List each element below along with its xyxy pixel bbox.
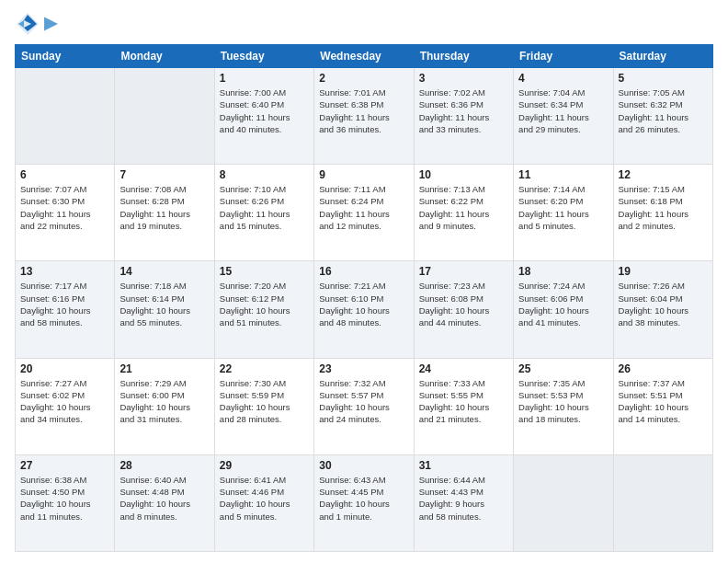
weekday-header-friday: Friday [514,45,613,68]
cell-details: Sunrise: 7:07 AM Sunset: 6:30 PM Dayligh… [20,183,109,232]
calendar-cell: 14Sunrise: 7:18 AM Sunset: 6:14 PM Dayli… [115,261,214,358]
day-number: 1 [220,72,309,85]
logo-text: ▶ [44,15,57,33]
weekday-header-row: SundayMondayTuesdayWednesdayThursdayFrid… [16,45,713,68]
calendar-cell: 19Sunrise: 7:26 AM Sunset: 6:04 PM Dayli… [613,261,712,358]
cell-details: Sunrise: 7:37 AM Sunset: 5:51 PM Dayligh… [619,377,708,426]
cell-details: Sunrise: 7:24 AM Sunset: 6:06 PM Dayligh… [518,280,608,328]
cell-details: Sunrise: 6:40 AM Sunset: 4:48 PM Dayligh… [119,474,209,523]
cell-details: Sunrise: 6:41 AM Sunset: 4:46 PM Dayligh… [220,474,309,523]
day-number: 17 [419,265,508,278]
cell-details: Sunrise: 7:08 AM Sunset: 6:28 PM Dayligh… [119,183,209,232]
day-number: 8 [220,168,309,181]
calendar-cell: 8Sunrise: 7:10 AM Sunset: 6:26 PM Daylig… [214,165,313,261]
weekday-header-sunday: Sunday [16,45,115,68]
cell-details: Sunrise: 7:21 AM Sunset: 6:10 PM Dayligh… [319,280,408,328]
day-number: 21 [119,362,209,375]
cell-details: Sunrise: 7:15 AM Sunset: 6:18 PM Dayligh… [619,183,708,232]
day-number: 20 [20,362,109,375]
cell-details: Sunrise: 7:29 AM Sunset: 6:00 PM Dayligh… [119,377,209,426]
day-number: 30 [319,459,408,472]
cell-details: Sunrise: 7:35 AM Sunset: 5:53 PM Dayligh… [518,377,608,426]
calendar-week-row: 6Sunrise: 7:07 AM Sunset: 6:30 PM Daylig… [16,165,713,261]
day-number: 10 [419,168,508,181]
weekday-header-saturday: Saturday [613,45,712,68]
day-number: 3 [419,72,508,85]
calendar-cell: 7Sunrise: 7:08 AM Sunset: 6:28 PM Daylig… [115,165,214,261]
cell-details: Sunrise: 7:02 AM Sunset: 6:36 PM Dayligh… [419,86,508,135]
cell-details: Sunrise: 7:26 AM Sunset: 6:04 PM Dayligh… [619,280,708,328]
cell-details: Sunrise: 7:30 AM Sunset: 5:59 PM Dayligh… [220,377,309,426]
day-number: 6 [20,168,109,181]
cell-details: Sunrise: 7:17 AM Sunset: 6:16 PM Dayligh… [20,280,109,328]
calendar-cell: 28Sunrise: 6:40 AM Sunset: 4:48 PM Dayli… [115,454,214,551]
calendar-cell: 11Sunrise: 7:14 AM Sunset: 6:20 PM Dayli… [514,165,613,261]
day-number: 9 [319,168,408,181]
calendar-cell: 13Sunrise: 7:17 AM Sunset: 6:16 PM Dayli… [16,261,115,358]
cell-details: Sunrise: 7:05 AM Sunset: 6:32 PM Dayligh… [619,86,708,135]
cell-details: Sunrise: 7:23 AM Sunset: 6:08 PM Dayligh… [419,280,508,328]
calendar-cell [613,454,712,551]
calendar-cell: 2Sunrise: 7:01 AM Sunset: 6:38 PM Daylig… [314,68,414,165]
day-number: 11 [518,168,608,181]
calendar-cell: 21Sunrise: 7:29 AM Sunset: 6:00 PM Dayli… [115,358,214,454]
cell-details: Sunrise: 6:38 AM Sunset: 4:50 PM Dayligh… [20,474,109,523]
calendar-cell: 9Sunrise: 7:11 AM Sunset: 6:24 PM Daylig… [314,165,414,261]
calendar-cell: 20Sunrise: 7:27 AM Sunset: 6:02 PM Dayli… [16,358,115,454]
calendar-cell [16,68,115,165]
calendar: SundayMondayTuesdayWednesdayThursdayFrid… [15,44,713,552]
cell-details: Sunrise: 7:18 AM Sunset: 6:14 PM Dayligh… [119,280,209,328]
cell-details: Sunrise: 7:32 AM Sunset: 5:57 PM Dayligh… [319,377,408,426]
logo-icon [15,11,40,37]
day-number: 24 [419,362,508,375]
calendar-cell: 27Sunrise: 6:38 AM Sunset: 4:50 PM Dayli… [16,454,115,551]
day-number: 26 [619,362,708,375]
cell-details: Sunrise: 7:04 AM Sunset: 6:34 PM Dayligh… [518,86,608,135]
day-number: 13 [20,265,109,278]
calendar-cell: 18Sunrise: 7:24 AM Sunset: 6:06 PM Dayli… [514,261,613,358]
day-number: 7 [119,168,209,181]
calendar-cell: 22Sunrise: 7:30 AM Sunset: 5:59 PM Dayli… [214,358,313,454]
page: ▶ SundayMondayTuesdayWednesdayThursdayFr… [0,0,728,563]
calendar-week-row: 1Sunrise: 7:00 AM Sunset: 6:40 PM Daylig… [16,68,713,165]
cell-details: Sunrise: 7:33 AM Sunset: 5:55 PM Dayligh… [419,377,508,426]
day-number: 23 [319,362,408,375]
day-number: 29 [220,459,309,472]
day-number: 16 [319,265,408,278]
calendar-cell: 1Sunrise: 7:00 AM Sunset: 6:40 PM Daylig… [214,68,313,165]
day-number: 5 [619,72,708,85]
day-number: 27 [20,459,109,472]
weekday-header-wednesday: Wednesday [314,45,414,68]
cell-details: Sunrise: 7:20 AM Sunset: 6:12 PM Dayligh… [220,280,309,328]
calendar-week-row: 13Sunrise: 7:17 AM Sunset: 6:16 PM Dayli… [16,261,713,358]
calendar-cell: 12Sunrise: 7:15 AM Sunset: 6:18 PM Dayli… [613,165,712,261]
calendar-cell: 31Sunrise: 6:44 AM Sunset: 4:43 PM Dayli… [414,454,513,551]
calendar-cell: 5Sunrise: 7:05 AM Sunset: 6:32 PM Daylig… [613,68,712,165]
cell-details: Sunrise: 6:44 AM Sunset: 4:43 PM Dayligh… [419,474,508,523]
cell-details: Sunrise: 7:13 AM Sunset: 6:22 PM Dayligh… [419,183,508,232]
cell-details: Sunrise: 7:00 AM Sunset: 6:40 PM Dayligh… [220,86,309,135]
calendar-week-row: 27Sunrise: 6:38 AM Sunset: 4:50 PM Dayli… [16,454,713,551]
cell-details: Sunrise: 6:43 AM Sunset: 4:45 PM Dayligh… [319,474,408,523]
day-number: 4 [518,72,608,85]
day-number: 15 [220,265,309,278]
calendar-cell [514,454,613,551]
logo: ▶ [15,11,57,37]
day-number: 14 [119,265,209,278]
cell-details: Sunrise: 7:10 AM Sunset: 6:26 PM Dayligh… [220,183,309,232]
day-number: 19 [619,265,708,278]
calendar-week-row: 20Sunrise: 7:27 AM Sunset: 6:02 PM Dayli… [16,358,713,454]
day-number: 31 [419,459,508,472]
calendar-cell: 24Sunrise: 7:33 AM Sunset: 5:55 PM Dayli… [414,358,513,454]
calendar-cell [115,68,214,165]
cell-details: Sunrise: 7:01 AM Sunset: 6:38 PM Dayligh… [319,86,408,135]
calendar-cell: 30Sunrise: 6:43 AM Sunset: 4:45 PM Dayli… [314,454,414,551]
calendar-cell: 16Sunrise: 7:21 AM Sunset: 6:10 PM Dayli… [314,261,414,358]
calendar-cell: 6Sunrise: 7:07 AM Sunset: 6:30 PM Daylig… [16,165,115,261]
calendar-cell: 25Sunrise: 7:35 AM Sunset: 5:53 PM Dayli… [514,358,613,454]
calendar-cell: 29Sunrise: 6:41 AM Sunset: 4:46 PM Dayli… [214,454,313,551]
calendar-cell: 17Sunrise: 7:23 AM Sunset: 6:08 PM Dayli… [414,261,513,358]
day-number: 22 [220,362,309,375]
calendar-cell: 3Sunrise: 7:02 AM Sunset: 6:36 PM Daylig… [414,68,513,165]
cell-details: Sunrise: 7:27 AM Sunset: 6:02 PM Dayligh… [20,377,109,426]
